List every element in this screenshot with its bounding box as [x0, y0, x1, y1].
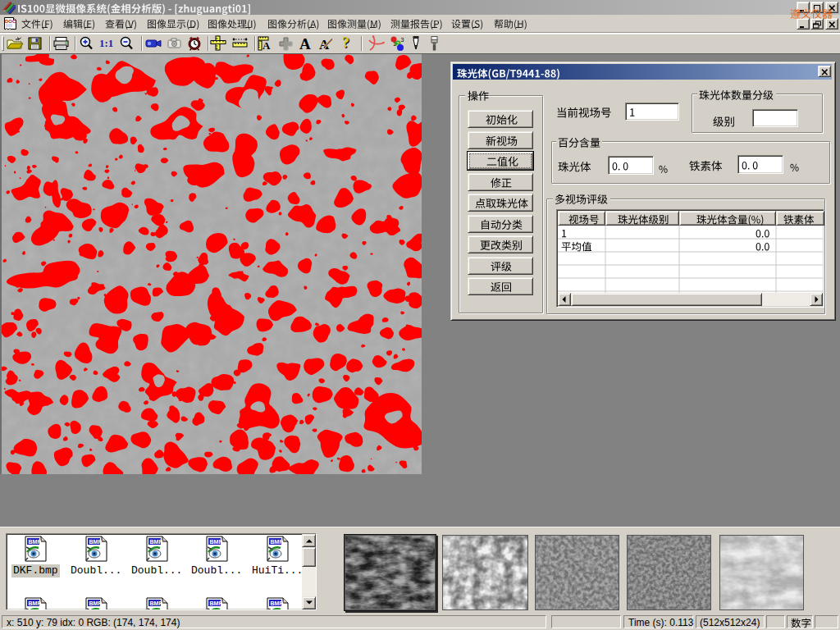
svg-text:BMP: BMP	[271, 600, 284, 606]
svg-text:BMP: BMP	[150, 600, 163, 606]
svg-text:?: ?	[342, 35, 349, 51]
svg-text:A: A	[299, 35, 311, 52]
svg-text:BMP: BMP	[210, 539, 223, 545]
svg-text:BMP: BMP	[89, 539, 103, 545]
svg-text:BMP: BMP	[150, 539, 163, 545]
svg-text:BMP: BMP	[29, 600, 42, 606]
svg-text:BMP: BMP	[210, 600, 223, 606]
svg-text:DOC: DOC	[5, 19, 16, 24]
svg-text:BMP: BMP	[89, 600, 103, 606]
svg-text:A: A	[262, 39, 271, 52]
svg-text:3: 3	[401, 37, 404, 43]
svg-text:BMP: BMP	[271, 539, 284, 545]
svg-text:BMP: BMP	[29, 539, 42, 545]
